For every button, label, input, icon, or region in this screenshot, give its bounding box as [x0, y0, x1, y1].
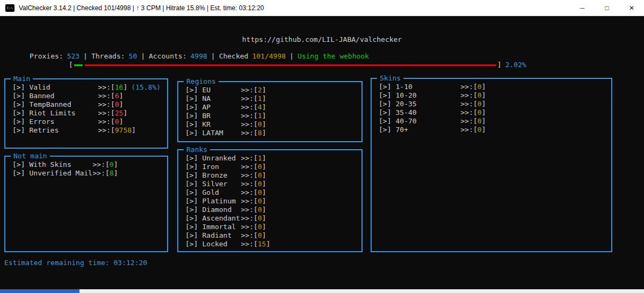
window-titlebar[interactable]: C:\ ValChecker 3.14.2 | Checked 101/4998… — [0, 0, 644, 16]
row-marker-icon: [>] — [185, 197, 198, 206]
progress-bar-red — [85, 64, 496, 66]
counter-value: >>:[0] — [460, 126, 486, 134]
row-marker-icon: [>] — [185, 223, 198, 231]
counter-label: KR — [202, 120, 241, 129]
counter-label: 10-20 — [395, 91, 460, 100]
row-marker-icon: [>] — [12, 100, 25, 109]
counter-value: >>:[9758] — [98, 126, 135, 135]
progress-close-bracket: ] — [497, 61, 502, 69]
counter-label: Bronze — [202, 171, 241, 180]
counter-row: [>]Iron>>:[0] — [185, 163, 359, 171]
skins-box-rows: [>]1-10>>:[0][>]10-20>>:[0][>]20-35>>:[0… — [372, 79, 611, 134]
window-controls: ─ □ ✕ — [570, 0, 644, 16]
counter-row: [>]EU>>:[2] — [185, 86, 359, 94]
counter-row: [>]LATAM>>:[8] — [185, 129, 359, 137]
counter-label: LATAM — [202, 129, 241, 137]
row-marker-icon: [>] — [185, 112, 198, 120]
counter-label: AP — [202, 103, 241, 112]
counter-label: Ascendant — [202, 214, 241, 223]
row-marker-icon: [>] — [379, 100, 391, 108]
row-marker-icon: [>] — [185, 171, 198, 180]
counter-label: Gold — [202, 188, 241, 197]
counter-row: [>]Unranked>>:[1] — [185, 154, 359, 163]
counter-row: [>]BR>>:[1] — [185, 112, 359, 120]
app-icon[interactable]: C:\ — [5, 4, 15, 12]
counter-value: >>:[0] — [460, 83, 486, 91]
console-output: https://github.com/LIL-JABA/valchecker P… — [0, 16, 644, 289]
counter-value: >>:[1] — [241, 154, 266, 163]
row-marker-icon: [>] — [185, 129, 198, 137]
maximize-icon: □ — [605, 4, 609, 12]
row-marker-icon: [>] — [185, 180, 198, 188]
counter-value: >>:[0] — [241, 206, 266, 214]
counter-label: With Skins — [29, 160, 92, 169]
threads-label: Threads: — [91, 52, 125, 61]
row-marker-icon: [>] — [379, 83, 391, 91]
counter-row: [>]Banned>>:[6] — [12, 92, 165, 100]
checked-label: Checked — [219, 52, 249, 61]
counter-row: [>]Ascendant>>:[0] — [185, 214, 359, 223]
estimated-time-line: Estimated remaining time: 03:12:20 — [4, 259, 147, 267]
row-marker-icon: [>] — [12, 169, 25, 178]
counter-row: [>]With Skins>>:[0] — [12, 160, 165, 169]
counter-percent: (15.8%) — [131, 83, 161, 92]
counter-label: Banned — [29, 92, 98, 100]
separator: | — [211, 52, 215, 61]
taskbar-strip[interactable] — [0, 289, 644, 293]
row-marker-icon: [>] — [185, 154, 198, 163]
counter-row: [>]40-70>>:[0] — [379, 117, 609, 126]
counter-row: [>]Retries>>:[9758] — [12, 126, 165, 135]
close-button[interactable]: ✕ — [619, 0, 644, 16]
counter-row: [>]10-20>>:[0] — [379, 91, 609, 100]
counter-label: Riot Limits — [29, 109, 98, 118]
progress-open-bracket: [ — [69, 61, 73, 69]
counter-row: [>]Gold>>:[0] — [185, 188, 359, 197]
counter-label: BR — [202, 112, 241, 120]
counter-row: [>]Bronze>>:[0] — [185, 171, 359, 180]
progress-line: [ ] 2.02% — [69, 61, 526, 69]
row-marker-icon: [>] — [185, 120, 198, 129]
counter-label: Iron — [202, 163, 241, 171]
counter-value: >>:[0] — [460, 100, 486, 108]
counter-value: >>:[0] — [241, 188, 266, 197]
counter-value: >>:[15] — [241, 240, 270, 248]
counter-label: Valid — [29, 83, 98, 92]
separator: | — [83, 52, 88, 61]
counter-label: Silver — [202, 180, 241, 188]
main-box-title: Main — [11, 75, 33, 83]
not-main-box: Not main [>]With Skins>>:[0][>]Unverifie… — [4, 156, 168, 252]
counter-label: Immortal — [202, 223, 241, 231]
github-url: https://github.com/LIL-JABA/valchecker — [0, 35, 644, 44]
minimize-icon: ─ — [580, 4, 585, 12]
window-title: ValChecker 3.14.2 | Checked 101/4998 | ↑… — [19, 4, 264, 12]
counter-value: >>:[0] — [460, 91, 486, 100]
minimize-button[interactable]: ─ — [570, 0, 595, 16]
row-marker-icon: [>] — [379, 117, 391, 126]
taskbar-accent[interactable] — [0, 289, 79, 293]
row-marker-icon: [>] — [185, 103, 198, 112]
row-marker-icon: [>] — [12, 92, 25, 100]
row-marker-icon: [>] — [185, 214, 198, 223]
row-marker-icon: [>] — [379, 126, 391, 134]
webhook-status: Using the webhook — [298, 52, 369, 61]
counter-label: TempBanned — [29, 100, 98, 109]
threads-value: 50 — [129, 52, 138, 61]
counter-row: [>]Platinum>>:[0] — [185, 197, 359, 206]
counter-value: >>:[0] — [241, 171, 266, 180]
skins-box: Skins [>]1-10>>:[0][>]10-20>>:[0][>]20-3… — [371, 78, 612, 252]
counter-label: Platinum — [202, 197, 241, 206]
close-icon: ✕ — [629, 4, 634, 12]
progress-bar — [74, 61, 496, 69]
maximize-button[interactable]: □ — [595, 0, 619, 16]
counter-value: >>:[0] — [92, 160, 118, 169]
counter-label: Radiant — [202, 231, 241, 240]
row-marker-icon: [>] — [12, 118, 25, 126]
counter-value: >>:[16] — [98, 83, 127, 92]
counter-value: >>:[25] — [98, 109, 127, 118]
counter-row: [>]70+>>:[0] — [379, 126, 609, 134]
main-box-rows: [>]Valid>>:[16](15.8%)[>]Banned>>:[6][>]… — [5, 79, 167, 135]
counter-value: >>:[0] — [241, 214, 266, 223]
counter-label: NA — [202, 94, 241, 103]
counter-row: [>]AP>>:[4] — [185, 103, 359, 112]
counter-row: [>]Riot Limits>>:[25] — [12, 109, 165, 118]
